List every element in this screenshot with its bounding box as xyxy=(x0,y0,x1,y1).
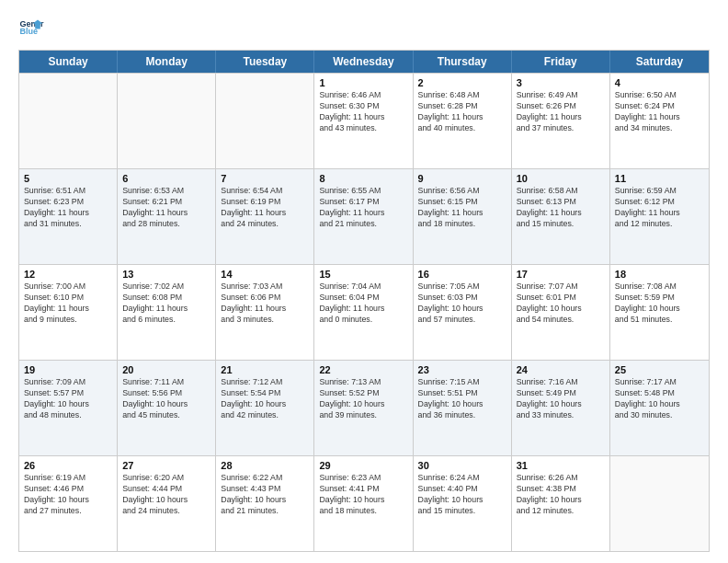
logo-icon: General Blue xyxy=(18,15,44,40)
day-info: Sunrise: 6:23 AM Sunset: 4:41 PM Dayligh… xyxy=(319,473,407,517)
day-number: 12 xyxy=(24,269,112,280)
day-info: Sunrise: 6:24 AM Sunset: 4:40 PM Dayligh… xyxy=(418,473,506,517)
day-info: Sunrise: 6:26 AM Sunset: 4:38 PM Dayligh… xyxy=(517,473,605,517)
day-number: 21 xyxy=(221,364,309,375)
day-cell-13: 13Sunrise: 7:02 AM Sunset: 6:08 PM Dayli… xyxy=(118,265,216,360)
day-number: 11 xyxy=(615,173,704,184)
day-cell-8: 8Sunrise: 6:55 AM Sunset: 6:17 PM Daylig… xyxy=(314,169,413,264)
day-info: Sunrise: 7:04 AM Sunset: 6:04 PM Dayligh… xyxy=(319,282,407,326)
day-number: 30 xyxy=(418,460,506,471)
day-cell-28: 28Sunrise: 6:22 AM Sunset: 4:43 PM Dayli… xyxy=(216,456,314,551)
day-cell-24: 24Sunrise: 7:16 AM Sunset: 5:49 PM Dayli… xyxy=(512,361,610,455)
day-cell-23: 23Sunrise: 7:15 AM Sunset: 5:51 PM Dayli… xyxy=(414,361,512,455)
empty-cell-0-1 xyxy=(118,74,216,168)
day-cell-7: 7Sunrise: 6:54 AM Sunset: 6:19 PM Daylig… xyxy=(216,169,314,264)
day-number: 16 xyxy=(418,269,506,280)
weekday-header-tuesday: Tuesday xyxy=(216,51,314,73)
day-number: 29 xyxy=(319,460,407,471)
day-number: 20 xyxy=(122,364,210,375)
day-number: 23 xyxy=(418,364,506,375)
day-info: Sunrise: 7:09 AM Sunset: 5:57 PM Dayligh… xyxy=(24,377,112,421)
day-info: Sunrise: 7:17 AM Sunset: 5:48 PM Dayligh… xyxy=(615,377,704,421)
day-cell-25: 25Sunrise: 7:17 AM Sunset: 5:48 PM Dayli… xyxy=(610,361,709,455)
svg-text:Blue: Blue xyxy=(19,27,38,36)
calendar-row-3: 19Sunrise: 7:09 AM Sunset: 5:57 PM Dayli… xyxy=(19,360,709,455)
day-number: 7 xyxy=(221,173,309,184)
day-info: Sunrise: 7:12 AM Sunset: 5:54 PM Dayligh… xyxy=(221,377,309,421)
day-cell-29: 29Sunrise: 6:23 AM Sunset: 4:41 PM Dayli… xyxy=(314,456,413,551)
day-number: 10 xyxy=(517,173,605,184)
day-info: Sunrise: 7:11 AM Sunset: 5:56 PM Dayligh… xyxy=(122,377,210,421)
day-info: Sunrise: 7:03 AM Sunset: 6:06 PM Dayligh… xyxy=(221,282,309,326)
day-number: 17 xyxy=(517,269,605,280)
day-info: Sunrise: 7:00 AM Sunset: 6:10 PM Dayligh… xyxy=(24,282,112,326)
calendar-body: 1Sunrise: 6:46 AM Sunset: 6:30 PM Daylig… xyxy=(19,73,709,551)
day-info: Sunrise: 7:13 AM Sunset: 5:52 PM Dayligh… xyxy=(319,377,407,421)
day-info: Sunrise: 6:48 AM Sunset: 6:28 PM Dayligh… xyxy=(418,90,506,134)
day-number: 3 xyxy=(517,77,605,88)
day-number: 13 xyxy=(122,269,210,280)
empty-cell-0-2 xyxy=(216,74,314,168)
calendar-row-4: 26Sunrise: 6:19 AM Sunset: 4:46 PM Dayli… xyxy=(19,455,709,551)
day-cell-4: 4Sunrise: 6:50 AM Sunset: 6:24 PM Daylig… xyxy=(610,74,709,168)
day-cell-15: 15Sunrise: 7:04 AM Sunset: 6:04 PM Dayli… xyxy=(314,265,413,360)
weekday-header-friday: Friday xyxy=(512,51,610,73)
day-number: 9 xyxy=(418,173,506,184)
day-number: 15 xyxy=(319,269,407,280)
weekday-header-saturday: Saturday xyxy=(610,51,709,73)
day-cell-26: 26Sunrise: 6:19 AM Sunset: 4:46 PM Dayli… xyxy=(19,456,118,551)
weekday-header-sunday: Sunday xyxy=(19,51,118,73)
calendar-row-1: 5Sunrise: 6:51 AM Sunset: 6:23 PM Daylig… xyxy=(19,168,709,264)
day-info: Sunrise: 6:20 AM Sunset: 4:44 PM Dayligh… xyxy=(122,473,210,517)
weekday-header-wednesday: Wednesday xyxy=(314,51,413,73)
day-info: Sunrise: 6:53 AM Sunset: 6:21 PM Dayligh… xyxy=(122,186,210,230)
day-cell-1: 1Sunrise: 6:46 AM Sunset: 6:30 PM Daylig… xyxy=(314,74,413,168)
day-info: Sunrise: 6:19 AM Sunset: 4:46 PM Dayligh… xyxy=(24,473,112,517)
weekday-header-thursday: Thursday xyxy=(414,51,512,73)
day-number: 27 xyxy=(122,460,210,471)
day-info: Sunrise: 7:16 AM Sunset: 5:49 PM Dayligh… xyxy=(517,377,605,421)
day-number: 14 xyxy=(221,269,309,280)
day-cell-17: 17Sunrise: 7:07 AM Sunset: 6:01 PM Dayli… xyxy=(512,265,610,360)
calendar-row-2: 12Sunrise: 7:00 AM Sunset: 6:10 PM Dayli… xyxy=(19,264,709,360)
weekday-header-monday: Monday xyxy=(118,51,216,73)
day-info: Sunrise: 6:59 AM Sunset: 6:12 PM Dayligh… xyxy=(615,186,704,230)
page-container: General Blue SundayMondayTuesdayWednesda… xyxy=(0,0,728,563)
day-cell-16: 16Sunrise: 7:05 AM Sunset: 6:03 PM Dayli… xyxy=(414,265,512,360)
logo: General Blue xyxy=(18,15,44,40)
day-cell-11: 11Sunrise: 6:59 AM Sunset: 6:12 PM Dayli… xyxy=(610,169,709,264)
day-cell-20: 20Sunrise: 7:11 AM Sunset: 5:56 PM Dayli… xyxy=(118,361,216,455)
day-number: 2 xyxy=(418,77,506,88)
day-number: 18 xyxy=(615,269,704,280)
day-number: 24 xyxy=(517,364,605,375)
day-cell-18: 18Sunrise: 7:08 AM Sunset: 5:59 PM Dayli… xyxy=(610,265,709,360)
day-number: 31 xyxy=(517,460,605,471)
day-number: 22 xyxy=(319,364,407,375)
header: General Blue xyxy=(18,15,710,40)
day-info: Sunrise: 6:50 AM Sunset: 6:24 PM Dayligh… xyxy=(615,90,704,134)
day-cell-21: 21Sunrise: 7:12 AM Sunset: 5:54 PM Dayli… xyxy=(216,361,314,455)
calendar-row-0: 1Sunrise: 6:46 AM Sunset: 6:30 PM Daylig… xyxy=(19,73,709,168)
day-info: Sunrise: 6:51 AM Sunset: 6:23 PM Dayligh… xyxy=(24,186,112,230)
day-cell-14: 14Sunrise: 7:03 AM Sunset: 6:06 PM Dayli… xyxy=(216,265,314,360)
day-cell-2: 2Sunrise: 6:48 AM Sunset: 6:28 PM Daylig… xyxy=(414,74,512,168)
day-number: 4 xyxy=(615,77,704,88)
day-cell-12: 12Sunrise: 7:00 AM Sunset: 6:10 PM Dayli… xyxy=(19,265,118,360)
day-info: Sunrise: 6:22 AM Sunset: 4:43 PM Dayligh… xyxy=(221,473,309,517)
day-cell-27: 27Sunrise: 6:20 AM Sunset: 4:44 PM Dayli… xyxy=(118,456,216,551)
day-cell-6: 6Sunrise: 6:53 AM Sunset: 6:21 PM Daylig… xyxy=(118,169,216,264)
day-number: 19 xyxy=(24,364,112,375)
empty-cell-0-0 xyxy=(19,74,118,168)
day-number: 5 xyxy=(24,173,112,184)
day-info: Sunrise: 6:49 AM Sunset: 6:26 PM Dayligh… xyxy=(517,90,605,134)
day-number: 26 xyxy=(24,460,112,471)
day-cell-30: 30Sunrise: 6:24 AM Sunset: 4:40 PM Dayli… xyxy=(414,456,512,551)
day-cell-31: 31Sunrise: 6:26 AM Sunset: 4:38 PM Dayli… xyxy=(512,456,610,551)
calendar-header: SundayMondayTuesdayWednesdayThursdayFrid… xyxy=(19,51,709,73)
day-cell-10: 10Sunrise: 6:58 AM Sunset: 6:13 PM Dayli… xyxy=(512,169,610,264)
day-info: Sunrise: 6:56 AM Sunset: 6:15 PM Dayligh… xyxy=(418,186,506,230)
day-number: 1 xyxy=(319,77,407,88)
calendar: SundayMondayTuesdayWednesdayThursdayFrid… xyxy=(18,50,710,552)
day-info: Sunrise: 7:05 AM Sunset: 6:03 PM Dayligh… xyxy=(418,282,506,326)
day-info: Sunrise: 7:08 AM Sunset: 5:59 PM Dayligh… xyxy=(615,282,704,326)
